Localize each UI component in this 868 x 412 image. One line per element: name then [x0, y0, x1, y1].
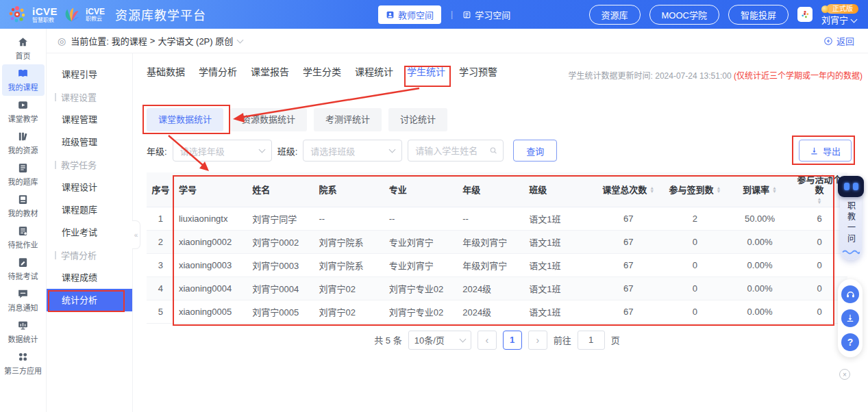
page-unit: 页 — [611, 333, 620, 346]
goto-page-input[interactable] — [578, 331, 605, 350]
filter-bar: 年级: 请选择年级 班级: 请选择班级 — [147, 140, 868, 162]
grade-label: 年级: — [147, 144, 167, 157]
submenu-item-course-question-bank[interactable]: 课程题库 — [47, 198, 132, 221]
tab-course-statistics[interactable]: 课程统计 — [355, 64, 393, 78]
resource-library-button[interactable]: 资源库 — [589, 5, 641, 25]
learning-space-icon — [462, 10, 471, 19]
top-header: iCVE 智慧职教 iCVE 职教云 资源库教学平台 教师空间 — [0, 0, 868, 29]
submenu-item-statistical-analysis[interactable]: 统计分析 — [47, 289, 132, 311]
current-page[interactable]: 1 — [503, 331, 522, 350]
page: iCVE 智慧职教 iCVE 职教云 资源库教学平台 教师空间 — [0, 0, 868, 412]
customer-service-button[interactable] — [841, 285, 859, 303]
version-badge: 正式版 — [826, 4, 858, 14]
sort-activities[interactable]: ▲▼ — [817, 197, 822, 204]
close-toolbar-icon[interactable]: × — [839, 369, 850, 380]
download-center-button[interactable] — [841, 309, 859, 327]
tab-class-report[interactable]: 课堂报告 — [251, 64, 289, 78]
nav-teacher-space-label: 教师空间 — [398, 8, 434, 21]
submenu-item-course-design[interactable]: 课程设计 — [47, 176, 132, 198]
exam-icon — [17, 257, 29, 268]
tab-learning-analysis[interactable]: 学情分析 — [199, 64, 237, 78]
table-row: 1 liuxiaoningtx 刘宵宁同学 -- -- -- 语文1班 67 2 — [147, 207, 847, 230]
sidebar-item-pending-exams[interactable]: 待批考试 — [2, 253, 45, 285]
back-arrow-icon — [823, 36, 833, 46]
smart-screencast-button[interactable]: 智能投屏 — [728, 5, 789, 25]
tab-basic-data[interactable]: 基础数据 — [147, 64, 185, 78]
col-grade: 年级 — [458, 172, 525, 207]
tab-student-statistics[interactable]: 学生统计 — [407, 64, 445, 78]
platform-title: 资源库教学平台 — [115, 5, 206, 23]
ai-assistant-widget[interactable]: 职教一问 — [836, 176, 865, 260]
subtab-discussion[interactable]: 讨论统计 — [388, 108, 447, 131]
page-size-select[interactable]: 10条/页 — [408, 331, 471, 350]
submenu-item-class-management[interactable]: 班级管理 — [47, 131, 132, 153]
brand-area: iCVE 智慧职教 iCVE 职教云 资源库教学平台 — [7, 4, 206, 25]
table-row: 3 xiaoning0003 刘宵宁0003 刘宵宁院系 专业刘宵宁 年级刘宵宁… — [147, 253, 847, 276]
wave-icon — [842, 248, 860, 255]
subtab-classroom-data[interactable]: 课堂数据统计 — [147, 108, 223, 131]
prev-page-button[interactable]: ‹ — [478, 331, 497, 350]
breadcrumb-my-courses[interactable]: 我的课程 — [112, 34, 147, 47]
submenu-item-homework-exam[interactable]: 作业考试 — [47, 221, 132, 244]
chevron-down-icon — [851, 16, 858, 23]
col-class: 班级 — [525, 172, 595, 207]
submenu-group-teaching-tasks: 教学任务 — [47, 153, 132, 176]
headset-icon — [845, 289, 856, 300]
update-time-note: 学生统计数据更新时间: 2024-07-24 13:51:00 (仅统计近三个学… — [569, 69, 863, 81]
data-scope-warning: (仅统计近三个学期或一年内的数据) — [734, 71, 863, 81]
sidebar-item-question-bank[interactable]: 我的题库 — [2, 159, 45, 190]
brand-primary-name: iCVE — [32, 6, 58, 16]
sidebar-item-messages[interactable]: 消息通知 — [2, 285, 45, 316]
tab-student-classification[interactable]: 学生分类 — [303, 64, 341, 78]
mooc-college-button[interactable]: MOOC学院 — [649, 5, 719, 25]
robot-icon — [838, 176, 864, 197]
table-row: 5 xiaoning0005 刘宵宁0005 刘宵宁02 刘宵宁专业02 202… — [147, 300, 847, 323]
user-menu[interactable]: 刘宵宁 — [821, 16, 856, 25]
student-name-input[interactable] — [415, 146, 488, 156]
classroom-teaching-icon — [17, 99, 29, 111]
app-logo-icon[interactable] — [797, 7, 813, 22]
subtab-assessment[interactable]: 考测评统计 — [314, 108, 382, 131]
home-icon — [17, 36, 29, 48]
table-row: 2 xiaoning0002 刘宵宁0002 刘宵宁院系 专业刘宵宁 年级刘宵宁… — [147, 230, 847, 253]
sidebar-item-home[interactable]: 首页 — [2, 33, 45, 64]
tab-learning-warning[interactable]: 学习预警 — [459, 64, 497, 78]
class-label: 班级: — [277, 144, 298, 157]
subtab-resource-data[interactable]: 资源数据统计 — [230, 108, 307, 131]
col-index: 序号 — [147, 172, 175, 207]
sidebar-item-textbook[interactable]: 我的教材 — [2, 190, 45, 222]
submenu-item-course-management[interactable]: 课程管理 — [47, 108, 132, 131]
sort-signins[interactable]: ▲▼ — [716, 186, 721, 193]
chevron-down-icon[interactable] — [237, 36, 244, 43]
next-page-button[interactable]: › — [528, 331, 547, 350]
sidebar-item-pending-homework[interactable]: 待批作业 — [2, 222, 45, 253]
help-button[interactable]: ? — [841, 333, 859, 351]
sidebar-item-my-courses[interactable]: 我的课程 — [2, 64, 45, 96]
col-name: 姓名 — [248, 172, 314, 207]
icve-zhihuizhijiao-logo-icon — [7, 4, 27, 25]
grade-select[interactable]: 请选择年级 — [173, 140, 272, 162]
class-select[interactable]: 请选择班级 — [303, 140, 402, 162]
sidebar-item-data-statistics[interactable]: 数据统计 — [2, 316, 45, 348]
sidebar-collapse-handle[interactable]: « — [132, 220, 140, 249]
sort-attendance-rate[interactable]: ▲▼ — [772, 186, 777, 193]
stats-subtabs: 课堂数据统计 资源数据统计 考测评统计 讨论统计 — [147, 108, 868, 131]
sort-total-classes[interactable]: ▲▼ — [649, 186, 654, 193]
back-button[interactable]: 返回 — [823, 34, 854, 47]
export-button[interactable]: 导出 — [799, 140, 852, 162]
pagination: 共 5 条 10条/页 ‹ 1 › 前往 页 — [147, 331, 868, 350]
nav-learning-space[interactable]: 学习空间 — [462, 8, 510, 21]
brand-secondary-name: iCVE — [86, 8, 105, 16]
sidebar-item-classroom-teaching[interactable]: 课堂教学 — [2, 96, 45, 127]
query-button[interactable]: 查询 — [513, 140, 557, 162]
nav-teacher-space[interactable]: 教师空间 — [378, 5, 441, 24]
students-table-wrap: 序号 学号 姓名 院系 专业 年级 班级 课堂总次数 ▲▼ — [147, 172, 868, 324]
submenu-item-course-grades[interactable]: 课程成绩 — [47, 266, 132, 289]
submenu-group-learning-analysis: 学情分析 — [47, 244, 132, 266]
sidebar-item-third-party-apps[interactable]: 第三方应用 — [2, 348, 45, 379]
breadcrumb-current-course[interactable]: 大学语文 (2P) 原创 — [158, 34, 233, 47]
sidebar-item-my-resources[interactable]: 我的资源 — [2, 127, 45, 159]
breadcrumb-separator: > — [150, 36, 156, 46]
submenu-item-course-guide[interactable]: 课程引导 — [47, 63, 132, 86]
textbook-icon — [17, 194, 29, 205]
